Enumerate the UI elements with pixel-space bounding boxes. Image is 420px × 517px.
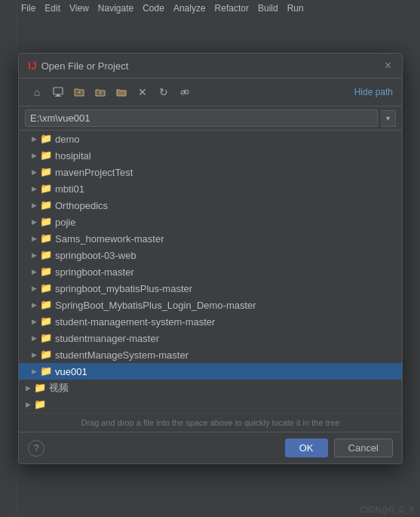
folder-icon-student-mgmt: 📁 xyxy=(40,315,52,328)
new-folder-button[interactable]: + xyxy=(70,83,88,101)
tree-item-hosipital[interactable]: ▶ 📁 hosipital xyxy=(19,147,402,164)
menu-file[interactable]: File xyxy=(17,3,40,14)
home-button[interactable]: ⌂ xyxy=(28,83,46,101)
cloud-button[interactable] xyxy=(176,83,194,101)
folder-icon-orthopedics: 📁 xyxy=(40,199,52,211)
expand-icon-mbti01: ▶ xyxy=(28,183,40,195)
menu-code[interactable]: Code xyxy=(138,3,169,14)
dialog-icon: IJ xyxy=(28,60,37,72)
folder-icon-hosipital: 📁 xyxy=(40,149,52,162)
menu-build[interactable]: Build xyxy=(253,3,283,14)
refresh-button[interactable]: ↻ xyxy=(155,83,173,101)
help-button[interactable]: ? xyxy=(28,440,44,457)
path-dropdown-button[interactable]: ▾ xyxy=(381,110,396,127)
path-input[interactable] xyxy=(25,109,378,127)
expand-icon-hosipital: ▶ xyxy=(28,149,40,162)
tree-item-sams[interactable]: ▶ 📁 Sams_homework-master xyxy=(19,230,402,247)
hide-path-button[interactable]: Hide path xyxy=(354,87,393,97)
expand-icon-pojie: ▶ xyxy=(28,216,40,228)
expand-icon-demo: ▶ xyxy=(28,133,40,145)
expand-icon-orthopedics: ▶ xyxy=(28,199,40,211)
tree-item-springboot-mybatis[interactable]: ▶ 📁 springboot_mybatisPlus-master xyxy=(19,280,402,297)
tree-item-springboot03[interactable]: ▶ 📁 springboot-03-web xyxy=(19,247,402,263)
folder-icon-springboot-login: 📁 xyxy=(40,299,52,311)
tree-label-springboot-login: SpringBoot_MybatisPlus_Login_Demo-master xyxy=(55,300,256,311)
tree-item-springboot-login[interactable]: ▶ 📁 SpringBoot_MybatisPlus_Login_Demo-ma… xyxy=(19,297,402,313)
dialog-buttons: ? OK Cancel xyxy=(19,432,402,463)
tree-item-studentManageSystem[interactable]: ▶ 📁 studentManageSystem-master xyxy=(19,346,402,363)
menu-analyze[interactable]: Analyze xyxy=(169,3,210,14)
folder-icon-springboot-mybatis: 📁 xyxy=(40,282,52,294)
tree-label-student-mgmt: student-management-system-master xyxy=(55,316,215,328)
tree-item-vue001[interactable]: ▶ 📁 vue001 xyxy=(19,363,402,380)
tree-item-studentmanager[interactable]: ▶ 📁 studentmanager-master xyxy=(19,330,402,346)
up-folder-button[interactable] xyxy=(91,83,109,101)
folder-icon-mbti01: 📁 xyxy=(40,183,52,195)
tree-item-springboot-master[interactable]: ▶ 📁 springboot-master xyxy=(19,263,402,280)
folder-icon-videos: 📁 xyxy=(34,382,46,394)
expand-icon-springboot-master: ▶ xyxy=(28,266,40,278)
tree-item-partial[interactable]: ▶ 📁 xyxy=(19,396,402,413)
expand-icon-springboot-login: ▶ xyxy=(28,299,40,311)
expand-icon-student-mgmt: ▶ xyxy=(28,315,40,328)
folder-icon-sams: 📁 xyxy=(40,232,52,245)
folder-icon-springboot03: 📁 xyxy=(40,249,52,261)
expand-icon-videos: ▶ xyxy=(22,382,34,394)
tree-label-springboot-master: springboot-master xyxy=(55,266,134,278)
tree-item-orthopedics[interactable]: ▶ 📁 Orthopedics xyxy=(19,197,402,214)
tree-label-videos: 视频 xyxy=(49,381,69,395)
folder-button[interactable] xyxy=(112,83,130,101)
menu-edit[interactable]: Edit xyxy=(40,3,65,14)
menu-view[interactable]: View xyxy=(65,3,94,14)
tree-item-demo[interactable]: ▶ 📁 demo xyxy=(19,131,402,147)
menu-refactor[interactable]: Refactor xyxy=(210,3,253,14)
expand-icon-partial: ▶ xyxy=(22,399,34,411)
menu-run[interactable]: Run xyxy=(283,3,308,14)
watermark: CSDN@G_G_B xyxy=(360,506,414,514)
tree-label-studentmanager: studentmanager-master xyxy=(55,333,159,344)
delete-button[interactable]: ✕ xyxy=(133,83,152,101)
folder-icon-vue001: 📁 xyxy=(40,365,52,377)
desktop-button[interactable] xyxy=(49,83,67,101)
tree-item-mavenProjectTest[interactable]: ▶ 📁 mavenProjectTest xyxy=(19,164,402,180)
tree-label-orthopedics: Orthopedics xyxy=(55,200,108,211)
folder-icon-pojie: 📁 xyxy=(40,216,52,228)
menu-navigate[interactable]: Navigate xyxy=(94,3,138,14)
expand-icon-springboot03: ▶ xyxy=(28,249,40,261)
expand-icon-studentmanager: ▶ xyxy=(28,332,40,344)
tree-item-videos[interactable]: ▶ 📁 视频 xyxy=(19,380,402,396)
tree-item-pojie[interactable]: ▶ 📁 pojie xyxy=(19,214,402,230)
tree-label-mbti01: mbti01 xyxy=(55,183,84,195)
tree-item-student-mgmt[interactable]: ▶ 📁 student-management-system-master xyxy=(19,313,402,330)
tree-item-mbti01[interactable]: ▶ 📁 mbti01 xyxy=(19,180,402,197)
expand-icon-sams: ▶ xyxy=(28,232,40,245)
ok-button[interactable]: OK xyxy=(285,439,328,457)
tree-label-pojie: pojie xyxy=(55,217,75,228)
folder-icon-studentmanager: 📁 xyxy=(40,332,52,344)
toolbar-left: ⌂ + ✕ ↻ xyxy=(28,83,194,101)
tree-label-hosipital: hosipital xyxy=(55,150,91,162)
tree-label-springboot03: springboot-03-web xyxy=(55,250,136,261)
expand-icon-maven: ▶ xyxy=(28,166,40,178)
folder-icon-studentManageSystem: 📁 xyxy=(40,349,52,361)
svg-rect-1 xyxy=(57,94,60,96)
expand-icon-springboot-mybatis: ▶ xyxy=(28,282,40,294)
close-button[interactable]: × xyxy=(383,60,393,72)
tree-label-vue001: vue001 xyxy=(55,366,87,377)
dialog-toolbar: ⌂ + ✕ ↻ Hide path xyxy=(19,78,402,106)
svg-rect-2 xyxy=(55,96,61,97)
dialog-title-bar: IJ Open File or Project × xyxy=(19,54,402,78)
open-file-dialog: IJ Open File or Project × ⌂ + ✕ ↻ xyxy=(18,53,403,464)
tree-label-sams: Sams_homework-master xyxy=(55,233,164,245)
drag-tip: Drag and drop a file into the space abov… xyxy=(19,413,402,432)
ide-menu-bar: File Edit View Navigate Code Analyze Ref… xyxy=(17,0,420,17)
folder-icon-partial: 📁 xyxy=(34,399,46,411)
path-row: ▾ xyxy=(19,106,402,131)
folder-icon-demo: 📁 xyxy=(40,133,52,145)
expand-icon-vue001: ▶ xyxy=(28,365,40,377)
ide-left-sidebar xyxy=(0,0,17,517)
tree-label-springboot-mybatis: springboot_mybatisPlus-master xyxy=(55,283,192,294)
cancel-button[interactable]: Cancel xyxy=(334,439,393,457)
file-tree[interactable]: ▶ 📁 demo ▶ 📁 hosipital ▶ 📁 mavenProjectT… xyxy=(19,131,402,413)
tree-label-maven: mavenProjectTest xyxy=(55,167,133,178)
